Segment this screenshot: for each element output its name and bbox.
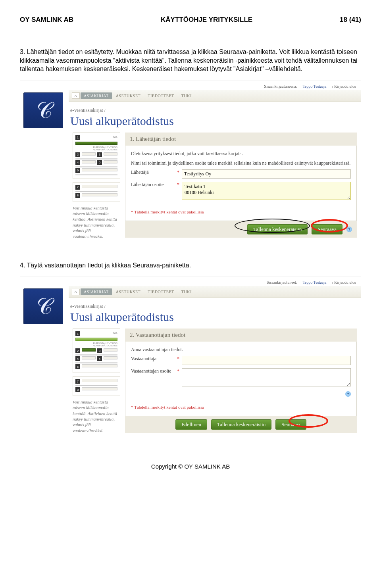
required-marker: *	[175, 169, 182, 175]
tab-tuki[interactable]: TUKI	[178, 288, 195, 295]
help-icon[interactable]: ?	[346, 227, 352, 232]
nav-tabs: ⌂ ASIAKIRJAT ASETUKSET TIEDOTTEET TUKI	[69, 286, 361, 298]
paragraph-step4: 4. Täytä vastaanottajan tiedot ja klikka…	[20, 261, 361, 270]
signed-in-label: Sisäänkirjautuneena:	[264, 84, 297, 88]
section-2-intro: Anna vastaanottajan tiedot.	[131, 346, 351, 353]
sender-address-input[interactable]: Testikatu 1 00100 Helsinki	[182, 182, 351, 200]
label-sender: Lähettäjä	[131, 169, 175, 175]
home-icon[interactable]: ⌂	[72, 92, 80, 99]
tab-asetukset[interactable]: ASETUKSET	[113, 92, 144, 99]
logo-cc-icon: 𝒞	[35, 295, 52, 317]
receiver-address-input[interactable]	[182, 368, 351, 386]
form-thumb-nav[interactable]: 1No. EUROOPAN YHTEISÖALKUPERÄTODISTUS 23…	[73, 133, 120, 239]
doc-footer: Copyright © OY SAMLINK AB	[20, 463, 361, 470]
form-thumb-nav[interactable]: 1No. EUROOPAN YHTEISÖALKUPERÄTODISTUS 23…	[73, 329, 120, 433]
section-1-intro1: Oletuksena yrityksesi tiedot, jotka voit…	[131, 150, 351, 157]
label-receiver: Vastaanottaja	[131, 356, 175, 362]
section-2-title: 2. Vastaanottajan tiedot	[125, 329, 357, 342]
home-icon[interactable]: ⌂	[72, 289, 80, 295]
header-left: OY SAMLINK AB	[20, 16, 73, 24]
receiver-input[interactable]	[182, 356, 351, 365]
thumb-step-1: 1	[75, 135, 80, 140]
logout-link[interactable]: Kirjaudu ulos	[332, 280, 356, 284]
header-right: 18 (41)	[340, 16, 361, 24]
logout-link[interactable]: Kirjaudu ulos	[332, 84, 356, 88]
label-receiver-address: Vastaanottajan osoite	[131, 368, 175, 374]
breadcrumb: e-Vientiasiakirjat /	[70, 304, 361, 309]
doc-header: OY SAMLINK AB KÄYTTÖOHJE YRITYKSILLE 18 …	[20, 16, 361, 24]
page-title: Uusi alkuperätodistus	[70, 114, 361, 128]
label-sender-address: Lähettäjän osoite	[131, 182, 175, 188]
tab-tiedotteet[interactable]: TIEDOTTEET	[144, 288, 177, 295]
section-1-title: 1. Lähettäjän tiedot	[125, 133, 357, 146]
signed-in-label: Sisäänkirjautuneet:	[267, 280, 297, 284]
signed-in-user: Teppo Testaaja	[303, 280, 327, 284]
required-marker: *	[175, 356, 182, 362]
page-title: Uusi alkuperätodistus	[70, 310, 361, 324]
thumb-help-text: Voit liikkua kentästä toiseen klikkaamal…	[73, 205, 120, 239]
save-draft-button[interactable]: Tallenna keskeneräisiin	[211, 419, 271, 430]
next-button[interactable]: Seuraava	[275, 419, 306, 430]
required-marker: *	[175, 182, 182, 188]
tab-asiakirjat[interactable]: ASIAKIRJAT	[81, 288, 112, 295]
header-center: KÄYTTÖOHJE YRITYKSILLE	[161, 16, 252, 24]
required-marker: *	[175, 368, 182, 374]
mandatory-note: * Tähdellä merkityt kentät ovat pakollis…	[131, 209, 351, 214]
save-draft-button[interactable]: Tallenna keskeneräisiin	[247, 224, 308, 234]
mandatory-note: * Tähdellä merkityt kentät ovat pakollis…	[131, 405, 351, 409]
previous-button[interactable]: Edellinen	[175, 419, 207, 430]
tab-tuki[interactable]: TUKI	[178, 92, 195, 99]
screenshot-1: Sisäänkirjautuneena: Teppo Testaaja Kirj…	[20, 81, 361, 245]
logo-cc-icon: 𝒞	[35, 99, 52, 121]
thumb-help-text: Voit liikkua kentästä toiseen klikkaamal…	[73, 399, 120, 433]
paragraph-step3: 3. Lähettäjän tiedot on esitäytetty. Muo…	[20, 48, 361, 73]
logo: 𝒞	[23, 92, 63, 128]
logo: 𝒞	[23, 288, 63, 324]
screenshot-2: Sisäänkirjautuneet: Teppo Testaaja Kirja…	[20, 277, 361, 439]
breadcrumb: e-Vientiasiakirjat /	[70, 108, 361, 113]
section-1-intro2: Nimi tai toiminimi ja täydellinen osoite…	[131, 160, 351, 166]
help-icon[interactable]: ?	[345, 391, 351, 397]
nav-tabs: ⌂ ASIAKIRJAT ASETUKSET TIEDOTTEET TUKI	[69, 90, 361, 102]
signed-in-user: Teppo Testaaja	[303, 84, 327, 88]
sender-input[interactable]	[182, 169, 351, 179]
tab-asiakirjat[interactable]: ASIAKIRJAT	[81, 92, 112, 99]
tab-tiedotteet[interactable]: TIEDOTTEET	[144, 92, 177, 99]
tab-asetukset[interactable]: ASETUKSET	[113, 288, 144, 295]
next-button[interactable]: Seuraava	[312, 224, 343, 234]
